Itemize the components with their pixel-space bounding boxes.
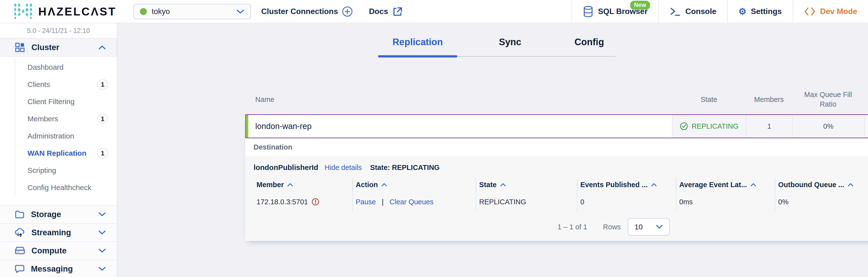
- brand-wordmark: HΛZELCΛST: [38, 5, 116, 18]
- destination-details-panel: londonPublisherId Hide details State: RE…: [245, 156, 868, 241]
- sidebar-item-dashboard[interactable]: Dashboard: [0, 59, 117, 76]
- code-brackets-icon: [804, 7, 816, 16]
- tab-config[interactable]: Config: [563, 37, 616, 57]
- sidebar-groups: Storage Streaming Compute: [0, 205, 117, 277]
- sidebar-section-cluster-label: Cluster: [31, 43, 98, 52]
- rows-per-page-select[interactable]: 10: [628, 218, 670, 236]
- new-badge: New: [630, 1, 650, 9]
- sort-chevron-icon: [750, 183, 756, 187]
- console-button[interactable]: Console: [658, 0, 727, 23]
- sidebar-item-members[interactable]: Members 1: [0, 110, 117, 127]
- column-header-members: Members: [746, 85, 792, 114]
- cluster-selector[interactable]: tokyo: [133, 4, 251, 19]
- row-accent-bar: [246, 115, 248, 137]
- member-state-cell: REPLICATING: [476, 191, 577, 212]
- main-content: Replication Sync Config Name State Membe…: [117, 23, 868, 277]
- server-icon: [15, 246, 25, 255]
- clients-count-badge: 1: [97, 79, 108, 90]
- docs-link[interactable]: Docs: [369, 6, 402, 17]
- cluster-selector-value: tokyo: [152, 7, 236, 16]
- members-table-header: Member Action State Events Published ...: [254, 178, 868, 191]
- sort-chevron-icon: [651, 183, 657, 187]
- column-header-state: State: [672, 85, 746, 114]
- sidebar-item-scripting[interactable]: Scripting: [0, 162, 117, 179]
- check-circle-icon: [680, 122, 688, 130]
- cloud-sync-icon: [15, 228, 25, 237]
- sidebar-item-client-filtering[interactable]: Client Filtering: [0, 93, 117, 110]
- sort-outbound-queue-pct[interactable]: Outbound Queue ...: [775, 178, 868, 191]
- destination-section-label: Destination: [245, 138, 868, 156]
- settings-label: Settings: [751, 7, 782, 16]
- pause-button[interactable]: Pause: [356, 198, 376, 206]
- database-icon: [583, 6, 594, 18]
- sidebar-item-config-healthcheck[interactable]: Config Healthcheck: [0, 179, 117, 196]
- hide-details-link[interactable]: Hide details: [324, 163, 362, 172]
- sort-average-event-latency[interactable]: Average Event Lat...: [676, 178, 775, 191]
- members-table: Member Action State Events Published ...: [254, 178, 868, 212]
- chevron-down-icon: [236, 9, 245, 14]
- pagination: 1 – 1 of 1 Rows 10: [245, 218, 868, 236]
- sql-browser-button[interactable]: New SQL Browser: [571, 0, 658, 23]
- member-actions-cell: Pause | Clear Queues: [352, 191, 476, 212]
- sort-chevron-icon: [848, 183, 854, 187]
- cluster-connections-button[interactable]: Cluster Connections: [261, 6, 353, 17]
- sidebar-item-wan-replication[interactable]: WAN Replication 1: [0, 145, 117, 162]
- sort-state[interactable]: State: [476, 178, 577, 191]
- wan-replication-card: london-wan-rep REPLICATING 1 0% 0 Destin…: [245, 114, 868, 241]
- tab-bar: Replication Sync Config: [378, 37, 616, 57]
- chevron-down-icon: [656, 224, 663, 229]
- version-info: 5.0 - 24/11/21 - 12:10: [0, 23, 117, 38]
- alert-circle-icon[interactable]: [311, 198, 319, 206]
- sidebar: 5.0 - 24/11/21 - 12:10 Cluster Dashboard…: [0, 23, 117, 277]
- row-max-queue-fill-ratio: 0%: [792, 115, 864, 137]
- sidebar-section-compute[interactable]: Compute: [0, 242, 117, 260]
- plus-circle-icon: [342, 6, 353, 17]
- row-total-queue: 0: [864, 115, 868, 137]
- sidebar-section-streaming[interactable]: Streaming: [0, 224, 117, 242]
- sort-chevron-icon: [287, 183, 293, 187]
- events-published-cell: 0: [577, 191, 676, 212]
- sort-chevron-icon: [381, 183, 387, 187]
- clear-queues-button[interactable]: Clear Queues: [390, 198, 434, 206]
- gear-icon: ⚙: [738, 7, 746, 16]
- chevron-up-icon: [98, 45, 106, 50]
- column-header-name: Name: [246, 85, 672, 114]
- table-row-london-wan-rep[interactable]: london-wan-rep REPLICATING 1 0% 0: [245, 114, 868, 138]
- top-actions: New SQL Browser Console ⚙ Settings: [571, 0, 868, 23]
- sidebar-item-administration[interactable]: Administration: [0, 127, 117, 145]
- member-address-cell: 172.18.0.3:5701: [254, 191, 352, 212]
- settings-button[interactable]: ⚙ Settings: [727, 0, 793, 23]
- outbound-queue-pct-cell: 0%: [775, 191, 868, 212]
- dev-mode-button[interactable]: Dev Mode: [793, 0, 868, 23]
- tab-replication[interactable]: Replication: [378, 37, 457, 57]
- chevron-down-icon: [98, 267, 106, 271]
- docs-label: Docs: [369, 7, 388, 16]
- chevron-down-icon: [98, 230, 106, 235]
- cluster-connections-label: Cluster Connections: [261, 7, 338, 16]
- hazelcast-logo-icon: [13, 3, 33, 20]
- column-header-max-queue-fill-ratio: Max Queue Fill Ratio: [796, 85, 860, 114]
- sort-chevron-icon: [500, 183, 506, 187]
- terminal-icon: [670, 6, 681, 17]
- sort-action[interactable]: Action: [352, 178, 476, 191]
- publisher-header: londonPublisherId Hide details State: RE…: [254, 156, 868, 172]
- dev-mode-label: Dev Mode: [820, 7, 857, 16]
- row-members: 1: [746, 115, 792, 137]
- member-row: 172.18.0.3:5701 Pause | Clear Queues REP…: [254, 191, 868, 212]
- sidebar-section-cluster[interactable]: Cluster: [0, 38, 117, 57]
- publisher-id: londonPublisherId: [254, 163, 318, 172]
- sidebar-item-clients[interactable]: Clients 1: [0, 76, 117, 93]
- pagination-range: 1 – 1 of 1: [557, 223, 587, 231]
- sidebar-section-messaging[interactable]: Messaging: [0, 260, 117, 277]
- sidebar-cluster-items: Dashboard Clients 1 Client Filtering Mem…: [0, 57, 117, 199]
- tab-sync[interactable]: Sync: [484, 37, 536, 57]
- row-state-label: REPLICATING: [691, 122, 738, 130]
- sidebar-section-storage[interactable]: Storage: [0, 206, 117, 224]
- external-link-icon: [392, 6, 402, 17]
- hazelcast-logo: HΛZELCΛST: [0, 3, 117, 20]
- action-separator: |: [379, 198, 386, 206]
- sort-member[interactable]: Member: [254, 178, 352, 191]
- active-tab-indicator: [378, 55, 457, 58]
- sort-events-published[interactable]: Events Published ...: [577, 178, 676, 191]
- members-count-badge: 1: [97, 114, 108, 124]
